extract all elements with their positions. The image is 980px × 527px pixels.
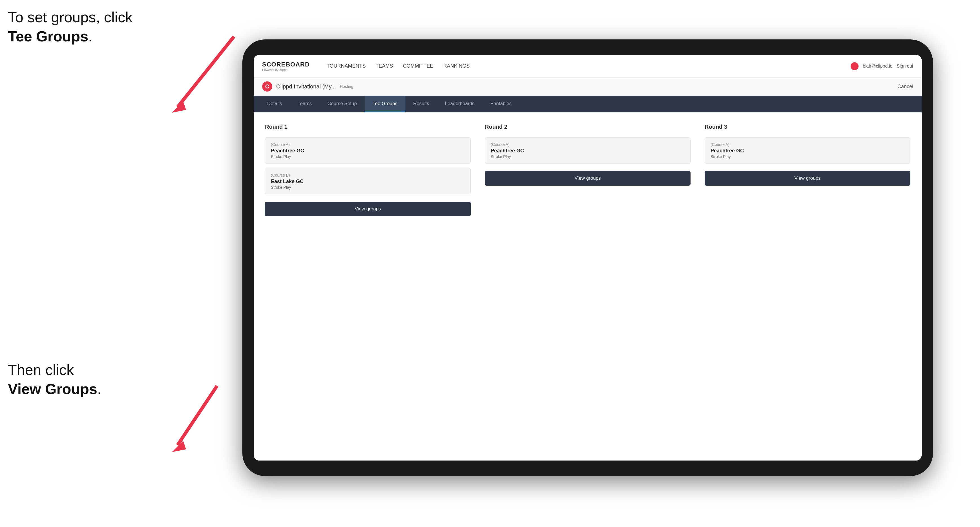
svg-line-0 — [178, 37, 234, 107]
tablet-screen: SCOREBOARD Powered by clippit TOURNAMENT… — [254, 55, 922, 460]
instruction-top: To set groups, click Tee Groups. — [8, 8, 132, 46]
cancel-button[interactable]: Cancel — [897, 84, 913, 90]
instruction-top-bold: Tee Groups — [8, 28, 88, 44]
sign-out-link[interactable]: Sign out — [897, 63, 913, 69]
round-3-course-a-format: Stroke Play — [711, 154, 904, 159]
main-content: Round 1 (Course A) Peachtree GC Stroke P… — [254, 113, 922, 460]
round-1-title: Round 1 — [265, 124, 471, 130]
round-2-course-a-label: (Course A) — [491, 142, 685, 147]
round-1-course-a-format: Stroke Play — [271, 154, 465, 159]
c-logo: C — [262, 81, 272, 92]
round-2-column: Round 2 (Course A) Peachtree GC Stroke P… — [485, 124, 690, 216]
round-1-course-b-card: (Course B) East Lake GC Stroke Play — [265, 168, 471, 194]
rounds-grid: Round 1 (Course A) Peachtree GC Stroke P… — [265, 124, 910, 216]
tab-course-setup[interactable]: Course Setup — [320, 96, 365, 113]
instruction-bottom-period: . — [97, 381, 101, 397]
tournament-name: Clippd Invitational (My... — [276, 83, 336, 90]
nav-tournaments[interactable]: TOURNAMENTS — [327, 63, 366, 69]
arrow-bottom-icon — [155, 380, 234, 459]
user-email: blair@clippd.io — [863, 63, 892, 69]
tab-leaderboards[interactable]: Leaderboards — [437, 96, 482, 113]
tab-results[interactable]: Results — [405, 96, 437, 113]
hosting-badge: Hosting — [340, 84, 353, 89]
user-avatar — [851, 62, 859, 70]
tab-bar: Details Teams Course Setup Tee Groups Re… — [254, 96, 922, 113]
instruction-top-period: . — [88, 28, 92, 44]
round-2-course-a-format: Stroke Play — [491, 154, 685, 159]
instruction-bottom-line1: Then click — [8, 362, 74, 378]
round-1-course-a-card: (Course A) Peachtree GC Stroke Play — [265, 138, 471, 163]
round-1-view-groups-button[interactable]: View groups — [265, 202, 471, 216]
svg-line-2 — [178, 386, 217, 445]
round-1-course-b-format: Stroke Play — [271, 185, 465, 190]
round-3-view-groups-button[interactable]: View groups — [705, 171, 910, 186]
round-1-course-a-label: (Course A) — [271, 142, 465, 147]
round-3-course-a-card: (Course A) Peachtree GC Stroke Play — [705, 138, 910, 163]
tablet-device: SCOREBOARD Powered by clippit TOURNAMENT… — [242, 40, 933, 476]
round-1-course-b-label: (Course B) — [271, 173, 465, 178]
logo-sub: Powered by clippit — [262, 68, 310, 71]
instruction-top-line1: To set groups, click — [8, 9, 132, 25]
logo-text: SCOREBOARD — [262, 61, 310, 68]
tab-printables[interactable]: Printables — [482, 96, 520, 113]
round-1-column: Round 1 (Course A) Peachtree GC Stroke P… — [265, 124, 471, 216]
round-2-title: Round 2 — [485, 124, 690, 130]
sub-header: C Clippd Invitational (My... Hosting Can… — [254, 78, 922, 96]
round-2-course-a-card: (Course A) Peachtree GC Stroke Play — [485, 138, 690, 163]
top-navigation: SCOREBOARD Powered by clippit TOURNAMENT… — [254, 55, 922, 78]
tab-details[interactable]: Details — [259, 96, 290, 113]
nav-committee[interactable]: COMMITTEE — [403, 63, 433, 69]
round-3-title: Round 3 — [705, 124, 910, 130]
tab-tee-groups[interactable]: Tee Groups — [365, 96, 405, 113]
tab-teams[interactable]: Teams — [290, 96, 320, 113]
nav-right: blair@clippd.io Sign out — [851, 62, 913, 70]
nav-links: TOURNAMENTS TEAMS COMMITTEE RANKINGS — [327, 63, 839, 69]
round-2-course-a-name: Peachtree GC — [491, 148, 685, 154]
sub-header-left: C Clippd Invitational (My... Hosting — [262, 81, 353, 92]
nav-teams[interactable]: TEAMS — [376, 63, 393, 69]
logo-main: SCOREBOARD — [262, 61, 310, 68]
logo-area: SCOREBOARD Powered by clippit — [262, 61, 310, 71]
round-3-column: Round 3 (Course A) Peachtree GC Stroke P… — [705, 124, 910, 216]
round-1-course-a-name: Peachtree GC — [271, 148, 465, 154]
instruction-bottom-bold: View Groups — [8, 381, 97, 397]
round-1-course-b-name: East Lake GC — [271, 179, 465, 184]
nav-rankings[interactable]: RANKINGS — [443, 63, 470, 69]
instruction-bottom: Then click View Groups. — [8, 360, 101, 398]
round-3-course-a-label: (Course A) — [711, 142, 904, 147]
round-2-view-groups-button[interactable]: View groups — [485, 171, 690, 186]
round-3-course-a-name: Peachtree GC — [711, 148, 904, 154]
